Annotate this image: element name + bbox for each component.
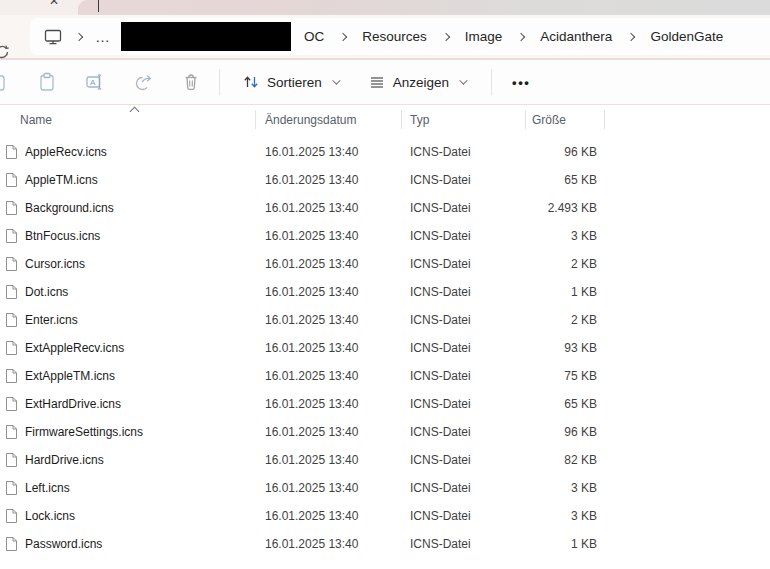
toolbar-separator	[491, 69, 492, 95]
file-icon	[5, 200, 18, 216]
file-icon	[5, 396, 18, 412]
file-type: ICNS-Datei	[402, 201, 526, 215]
file-name: Background.icns	[25, 201, 114, 215]
chevron-right-icon[interactable]	[627, 32, 635, 40]
file-type: ICNS-Datei	[402, 481, 526, 495]
table-row[interactable]: ExtAppleTM.icns 16.01.2025 13:40 ICNS-Da…	[0, 362, 770, 390]
file-modified-date: 16.01.2025 13:40	[256, 173, 402, 187]
file-name: Cursor.icns	[25, 257, 85, 271]
file-icon	[5, 368, 18, 384]
file-icon	[5, 340, 18, 356]
table-row[interactable]: Left.icns 16.01.2025 13:40 ICNS-Datei 3 …	[0, 474, 770, 502]
file-icon	[5, 312, 18, 328]
table-row[interactable]: ExtHardDrive.icns 16.01.2025 13:40 ICNS-…	[0, 390, 770, 418]
file-icon	[5, 480, 18, 496]
view-button-label: Anzeigen	[393, 75, 449, 90]
view-lines-icon	[368, 73, 386, 91]
file-type: ICNS-Datei	[402, 509, 526, 523]
file-type: ICNS-Datei	[402, 173, 526, 187]
column-header-date[interactable]: Änderungsdatum	[256, 105, 402, 134]
file-modified-date: 16.01.2025 13:40	[256, 425, 402, 439]
address-bar-row: … OC Resources Image Acidanthera GoldenG…	[0, 15, 770, 58]
table-row[interactable]: Cursor.icns 16.01.2025 13:40 ICNS-Datei …	[0, 250, 770, 278]
refresh-icon[interactable]	[0, 43, 11, 61]
chevron-right-icon[interactable]	[75, 32, 83, 40]
table-row[interactable]: FirmwareSettings.icns 16.01.2025 13:40 I…	[0, 418, 770, 446]
sort-button[interactable]: Sortieren	[234, 67, 346, 97]
rename-icon[interactable]: A	[85, 72, 105, 92]
file-name: Dot.icns	[25, 285, 68, 299]
table-row[interactable]: AppleTM.icns 16.01.2025 13:40 ICNS-Datei…	[0, 166, 770, 194]
breadcrumb-overflow-button[interactable]: …	[95, 28, 111, 45]
file-type: ICNS-Datei	[402, 453, 526, 467]
paste-icon[interactable]	[37, 72, 57, 92]
file-name: ExtAppleTM.icns	[25, 369, 115, 383]
file-size: 75 KB	[526, 369, 605, 383]
chevron-right-icon[interactable]	[442, 32, 450, 40]
view-button[interactable]: Anzeigen	[360, 67, 473, 97]
file-name: ExtHardDrive.icns	[25, 397, 121, 411]
tab-close-icon[interactable]: ✕	[49, 0, 59, 8]
chevron-right-icon[interactable]	[339, 32, 347, 40]
file-type: ICNS-Datei	[402, 369, 526, 383]
file-modified-date: 16.01.2025 13:40	[256, 229, 402, 243]
chevron-right-icon[interactable]	[517, 32, 525, 40]
share-icon[interactable]	[133, 72, 153, 92]
file-icon	[5, 256, 18, 272]
file-type: ICNS-Datei	[402, 341, 526, 355]
file-modified-date: 16.01.2025 13:40	[256, 509, 402, 523]
file-size: 2.493 KB	[526, 201, 605, 215]
this-pc-monitor-icon[interactable]	[43, 28, 63, 46]
file-type: ICNS-Datei	[402, 537, 526, 551]
table-row[interactable]: Password.icns 16.01.2025 13:40 ICNS-Date…	[0, 530, 770, 558]
table-row[interactable]: BtnFocus.icns 16.01.2025 13:40 ICNS-Date…	[0, 222, 770, 250]
file-size: 1 KB	[526, 285, 605, 299]
tab-strip: ✕	[0, 0, 770, 15]
breadcrumb-item[interactable]: Resources	[362, 29, 427, 44]
file-size: 93 KB	[526, 341, 605, 355]
chevron-down-icon	[332, 76, 340, 84]
file-name: Enter.icns	[25, 313, 78, 327]
column-header-name[interactable]: Name	[0, 105, 256, 134]
file-type: ICNS-Datei	[402, 145, 526, 159]
file-size: 96 KB	[526, 425, 605, 439]
file-size: 3 KB	[526, 229, 605, 243]
table-row[interactable]: ExtAppleRecv.icns 16.01.2025 13:40 ICNS-…	[0, 334, 770, 362]
copy-icon[interactable]	[0, 73, 8, 93]
breadcrumb-item[interactable]: OC	[304, 29, 324, 44]
file-size: 1 KB	[526, 537, 605, 551]
file-name: FirmwareSettings.icns	[25, 425, 143, 439]
file-name: AppleRecv.icns	[25, 145, 107, 159]
column-header-size[interactable]: Größe	[526, 105, 605, 134]
file-icon	[5, 452, 18, 468]
column-header-type[interactable]: Typ	[402, 105, 526, 134]
table-row[interactable]: Dot.icns 16.01.2025 13:40 ICNS-Datei 1 K…	[0, 278, 770, 306]
table-row[interactable]: HardDrive.icns 16.01.2025 13:40 ICNS-Dat…	[0, 446, 770, 474]
file-icon	[5, 172, 18, 188]
file-type: ICNS-Datei	[402, 285, 526, 299]
breadcrumb-item-current[interactable]: GoldenGate	[650, 29, 723, 44]
breadcrumb[interactable]: … OC Resources Image Acidanthera GoldenG…	[30, 18, 770, 55]
file-size: 65 KB	[526, 397, 605, 411]
more-options-button[interactable]: •••	[506, 75, 536, 90]
file-size: 3 KB	[526, 509, 605, 523]
delete-icon[interactable]	[181, 72, 201, 92]
file-name: BtnFocus.icns	[25, 229, 100, 243]
table-row[interactable]: Enter.icns 16.01.2025 13:40 ICNS-Datei 2…	[0, 306, 770, 334]
breadcrumb-item[interactable]: Acidanthera	[540, 29, 612, 44]
file-size: 96 KB	[526, 145, 605, 159]
file-modified-date: 16.01.2025 13:40	[256, 537, 402, 551]
file-modified-date: 16.01.2025 13:40	[256, 397, 402, 411]
breadcrumb-item[interactable]: Image	[465, 29, 503, 44]
file-icon	[5, 284, 18, 300]
table-row[interactable]: AppleRecv.icns 16.01.2025 13:40 ICNS-Dat…	[0, 138, 770, 166]
file-icon	[5, 424, 18, 440]
file-type: ICNS-Datei	[402, 257, 526, 271]
file-icon	[5, 536, 18, 552]
toolbar-separator	[219, 69, 220, 95]
table-row[interactable]: Lock.icns 16.01.2025 13:40 ICNS-Datei 3 …	[0, 502, 770, 530]
sort-button-label: Sortieren	[267, 75, 322, 90]
window-surface-top	[78, 0, 770, 15]
file-type: ICNS-Datei	[402, 397, 526, 411]
table-row[interactable]: Background.icns 16.01.2025 13:40 ICNS-Da…	[0, 194, 770, 222]
